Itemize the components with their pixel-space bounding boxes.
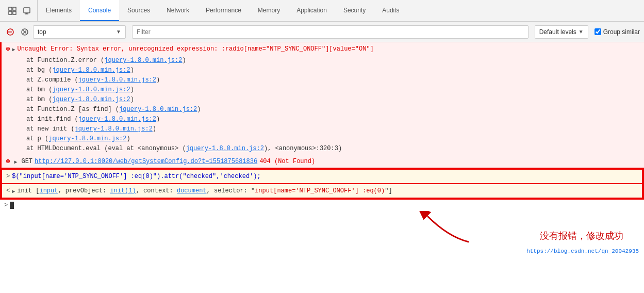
- command-result-container: > $("input[name='NTP_SYNC_ONOFF'] :eq(0)…: [0, 168, 644, 200]
- tab-performance[interactable]: Performance: [197, 0, 250, 21]
- stack-line-6: at Function.Z [as find] (jquery-1.8.0.mi…: [2, 105, 644, 115]
- levels-dropdown-icon: ▼: [579, 29, 584, 35]
- dropdown-icon: ▼: [116, 29, 121, 35]
- group-similar-text: Group similar: [603, 28, 640, 36]
- tab-application[interactable]: Application: [288, 0, 335, 21]
- svg-rect-1: [13, 7, 16, 10]
- error-icon-1[interactable]: ⊗: [6, 44, 10, 54]
- levels-selector[interactable]: Default levels ▼: [535, 25, 588, 39]
- command-text: $("input[name='NTP_SYNC_ONOFF'] :eq(0)")…: [12, 173, 260, 180]
- input-caret-icon: >: [4, 202, 8, 209]
- error-block-1: ⊗ ▶ Uncaught Error: Syntax error, unreco…: [0, 42, 644, 155]
- device-icon[interactable]: [21, 5, 33, 17]
- stack-link-8[interactable]: jquery-1.8.0.min.js:2: [75, 125, 153, 133]
- cursor-icon[interactable]: [6, 5, 19, 17]
- tab-memory[interactable]: Memory: [250, 0, 288, 21]
- watermark-text: https://blog.csdn.net/qn_20042935: [526, 248, 639, 254]
- stop-button[interactable]: [19, 26, 31, 38]
- error-line-1: ⊗ ▶ Uncaught Error: Syntax error, unreco…: [2, 43, 644, 56]
- tab-bar: Elements Console Sources Network Perform…: [0, 0, 644, 22]
- toolbar-left: [4, 26, 31, 38]
- stack-link-10[interactable]: jquery-1.8.0.min.js:2: [186, 145, 264, 152]
- stack-line-9: at p (jquery-1.8.0.min.js:2): [2, 134, 644, 144]
- tab-audits[interactable]: Audits: [374, 0, 407, 21]
- error-toggle-1[interactable]: ▶: [12, 44, 15, 55]
- error-message-1: Uncaught Error: Syntax error, unrecogniz…: [17, 44, 640, 54]
- group-similar-label[interactable]: Group similar: [595, 28, 640, 36]
- text-cursor[interactable]: [10, 202, 14, 209]
- svg-rect-4: [24, 8, 30, 13]
- stack-line-7: at init.find (jquery-1.8.0.min.js:2): [2, 115, 644, 124]
- stack-link-7[interactable]: jquery-1.8.0.min.js:2: [78, 116, 156, 123]
- get-error-status: 404 (Not Found): [259, 158, 315, 165]
- stack-link-3[interactable]: jquery-1.8.0.min.js:2: [78, 76, 156, 84]
- filter-input[interactable]: [132, 25, 529, 39]
- stack-link-4[interactable]: jquery-1.8.0.min.js:2: [52, 86, 130, 93]
- tabs-container: Elements Console Sources Network Perform…: [38, 0, 642, 21]
- result-arrow-icon: <: [6, 187, 10, 194]
- svg-rect-3: [13, 11, 16, 14]
- tab-elements[interactable]: Elements: [38, 0, 80, 21]
- error-toggle-2[interactable]: ▶: [14, 158, 17, 165]
- annotation-arrow: [417, 211, 479, 247]
- console-content: ⊗ ▶ Uncaught Error: Syntax error, unreco…: [0, 42, 644, 293]
- clear-console-button[interactable]: [4, 26, 16, 38]
- stack-link-6[interactable]: jquery-1.8.0.min.js:2: [119, 106, 197, 113]
- result-block: < ▶ init [input, prevObject: init(1), co…: [1, 184, 643, 199]
- get-error-text: GET: [21, 158, 32, 165]
- console-toolbar: top ▼ Default levels ▼ Group similar: [0, 22, 644, 42]
- stack-link-5[interactable]: jquery-1.8.0.min.js:2: [52, 96, 130, 103]
- levels-label: Default levels: [539, 28, 576, 36]
- get-error-url[interactable]: http://127.0.0.1:8020/web/getSystemConfi…: [35, 158, 257, 165]
- stack-line-5: at bm (jquery-1.8.0.min.js:2): [2, 95, 644, 105]
- svg-rect-0: [9, 7, 12, 10]
- tab-security[interactable]: Security: [335, 0, 374, 21]
- result-link-prevobj[interactable]: init(1): [110, 187, 136, 194]
- stack-line-4: at bm (jquery-1.8.0.min.js:2): [2, 85, 644, 95]
- stack-link-1[interactable]: jquery-1.8.0.min.js:2: [104, 57, 182, 64]
- stack-line-8: at new init (jquery-1.8.0.min.js:2): [2, 124, 644, 134]
- tab-network[interactable]: Network: [158, 0, 197, 21]
- stack-link-9[interactable]: jquery-1.8.0.min.js:2: [48, 135, 126, 142]
- result-link-context[interactable]: document: [177, 187, 207, 194]
- stack-line-3: at Z.compile (jquery-1.8.0.min.js:2): [2, 75, 644, 85]
- stack-line-10: at HTMLDocument.eval (eval at <anonymous…: [2, 144, 644, 154]
- group-similar-checkbox[interactable]: [595, 28, 601, 35]
- stack-link-2[interactable]: jquery-1.8.0.min.js:2: [52, 67, 130, 74]
- command-prompt-icon: >: [6, 173, 10, 180]
- context-selector[interactable]: top ▼: [33, 25, 126, 39]
- context-value: top: [38, 28, 46, 36]
- error-icon-2[interactable]: ⊗: [6, 157, 10, 166]
- stack-line-2: at bg (jquery-1.8.0.min.js:2): [2, 66, 644, 75]
- annotation-area: 没有报错，修改成功 https://blog.csdn.net/qn_20042…: [0, 211, 644, 257]
- input-line: >: [0, 200, 644, 211]
- result-toggle[interactable]: ▶: [12, 187, 15, 194]
- tab-sources[interactable]: Sources: [119, 0, 158, 21]
- command-block: > $("input[name='NTP_SYNC_ONOFF'] :eq(0)…: [1, 169, 643, 184]
- error-block-2: ⊗ ▶ GET http://127.0.0.1:8020/web/getSys…: [0, 155, 644, 168]
- annotation-text: 没有报错，修改成功: [540, 230, 623, 242]
- result-text: init [input, prevObject: init(1), contex…: [17, 187, 392, 194]
- tab-console[interactable]: Console: [80, 0, 119, 21]
- svg-rect-2: [9, 11, 12, 14]
- devtools-icons: [2, 0, 38, 21]
- result-link-input[interactable]: input: [39, 187, 58, 194]
- stack-line-1: at Function.Z.error (jquery-1.8.0.min.js…: [2, 56, 644, 66]
